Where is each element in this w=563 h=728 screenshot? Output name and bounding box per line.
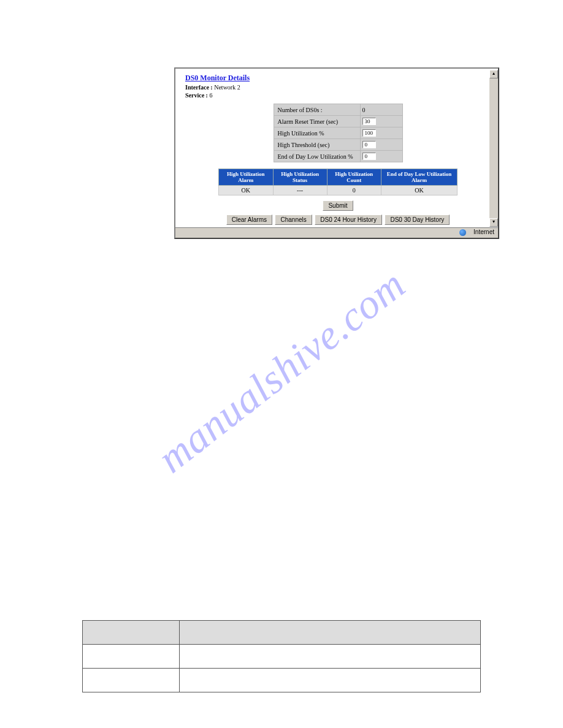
browser-window: DS0 Monitor Details Interface : Network … (174, 67, 499, 239)
footer-cell (180, 645, 481, 669)
param-label: Alarm Reset Timer (sec) (274, 116, 360, 127)
param-label: End of Day Low Utilization % (274, 151, 360, 162)
ds0-30day-history-button[interactable]: DS0 30 Day History (385, 214, 450, 225)
submit-button[interactable]: Submit (323, 200, 353, 211)
vertical-scrollbar[interactable]: ▴ ▾ (489, 70, 498, 227)
footer-cell (180, 669, 481, 692)
status-cell: --- (273, 186, 327, 195)
footer-cell (83, 669, 180, 692)
scroll-down-icon[interactable]: ▾ (489, 218, 498, 227)
status-header: End of Day Low Utilization Alarm (381, 169, 457, 186)
param-value: 0 (360, 104, 402, 116)
parameters-table: Number of DS0s : 0 Alarm Reset Timer (se… (274, 104, 403, 162)
status-bar: Internet (175, 227, 498, 238)
status-cell: OK (381, 186, 457, 195)
high-utilization-input[interactable]: 100 (362, 129, 376, 137)
internet-zone-icon (459, 229, 466, 236)
footer-table (82, 620, 481, 692)
ds0-24hour-history-button[interactable]: DS0 24 Hour History (315, 214, 382, 225)
watermark-text: manualshive.com (148, 260, 415, 482)
browser-content: DS0 Monitor Details Interface : Network … (177, 70, 497, 227)
channels-button[interactable]: Channels (275, 214, 312, 225)
status-cell: 0 (327, 186, 381, 195)
interface-line: Interface : Network 2 (185, 84, 491, 91)
status-header: High Utilization Alarm (219, 169, 274, 186)
status-header: High Utilization Count (327, 169, 381, 186)
high-threshold-input[interactable]: 0 (362, 141, 376, 148)
zone-label: Internet (473, 229, 494, 235)
eod-low-utilization-input[interactable]: 0 (362, 153, 376, 160)
clear-alarms-button[interactable]: Clear Alarms (226, 214, 272, 225)
footer-header-cell (180, 621, 481, 645)
scroll-up-icon[interactable]: ▴ (489, 70, 498, 78)
status-cell: OK (219, 186, 274, 195)
footer-cell (83, 645, 180, 669)
param-label: High Threshold (sec) (274, 139, 360, 151)
alarm-reset-timer-input[interactable]: 30 (362, 118, 376, 125)
status-table: High Utilization Alarm High Utilization … (218, 169, 458, 195)
ds0-monitor-details-link[interactable]: DS0 Monitor Details (185, 74, 250, 82)
param-label: High Utilization % (274, 127, 360, 139)
footer-header-cell (83, 621, 180, 645)
param-label: Number of DS0s : (274, 104, 360, 116)
status-header: High Utilization Status (273, 169, 327, 186)
service-line: Service : 6 (185, 92, 491, 99)
